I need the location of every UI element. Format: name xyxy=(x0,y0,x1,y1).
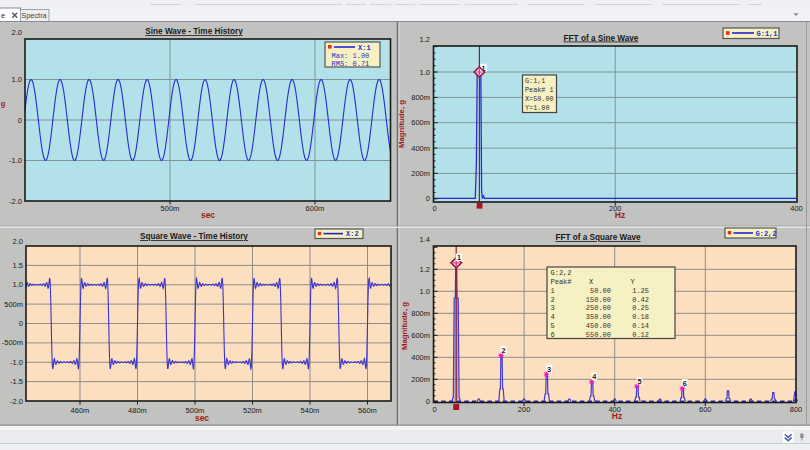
svg-text:-500m: -500m xyxy=(2,338,23,347)
svg-text:Sine Wave - Time History: Sine Wave - Time History xyxy=(145,27,243,36)
svg-text:0.12: 0.12 xyxy=(632,331,649,339)
svg-text:0: 0 xyxy=(432,405,436,414)
svg-text:1: 1 xyxy=(551,287,555,295)
svg-text:sec: sec xyxy=(195,413,209,423)
svg-text:0: 0 xyxy=(426,194,430,203)
svg-text:1.2: 1.2 xyxy=(420,265,430,274)
svg-text:G:2,2: G:2,2 xyxy=(551,269,572,277)
svg-text:1.4: 1.4 xyxy=(420,235,430,244)
svg-text:0: 0 xyxy=(19,319,23,328)
svg-text:400m: 400m xyxy=(411,353,430,362)
svg-text:4: 4 xyxy=(551,313,555,321)
svg-text:50.00: 50.00 xyxy=(590,287,611,295)
svg-text:Hz: Hz xyxy=(612,411,622,421)
svg-text:500m: 500m xyxy=(161,204,180,213)
svg-text:Y=1.00: Y=1.00 xyxy=(525,104,549,112)
svg-text:1.25: 1.25 xyxy=(632,287,649,295)
svg-text:1.0: 1.0 xyxy=(12,75,22,84)
svg-text:550.00: 550.00 xyxy=(586,331,611,339)
svg-text:Spectra: Spectra xyxy=(21,11,47,20)
svg-text:0.14: 0.14 xyxy=(632,322,649,330)
svg-text:0.18: 0.18 xyxy=(632,313,649,321)
svg-text:Peak# 1: Peak# 1 xyxy=(525,86,554,94)
svg-text:G:1,1: G:1,1 xyxy=(525,77,545,85)
svg-text:-1.5: -1.5 xyxy=(10,377,23,386)
svg-text:2.0: 2.0 xyxy=(12,28,22,37)
svg-text:Magnitude, g: Magnitude, g xyxy=(397,100,406,148)
svg-text:0: 0 xyxy=(426,397,430,406)
svg-text:200m: 200m xyxy=(411,375,430,384)
svg-text:G:1,1: G:1,1 xyxy=(757,30,778,38)
svg-text:540m: 540m xyxy=(301,406,320,415)
svg-text:1: 1 xyxy=(457,253,461,262)
svg-text:-1.0: -1.0 xyxy=(9,156,22,165)
svg-text:Max: 1.00: Max: 1.00 xyxy=(332,52,370,60)
svg-text:e: e xyxy=(1,11,5,20)
svg-text:6: 6 xyxy=(551,331,555,339)
svg-text:800m: 800m xyxy=(411,93,430,102)
svg-text:1.5: 1.5 xyxy=(13,261,23,270)
svg-text:1.0: 1.0 xyxy=(13,280,23,289)
svg-text:480m: 480m xyxy=(128,406,147,415)
svg-text:460m: 460m xyxy=(71,406,90,415)
svg-text:0.42: 0.42 xyxy=(632,296,649,304)
svg-text:FFT of a Sine Wave: FFT of a Sine Wave xyxy=(564,34,639,43)
svg-text:0.25: 0.25 xyxy=(632,304,649,312)
svg-text:X=50.00: X=50.00 xyxy=(525,95,554,103)
svg-text:RMS: 0.71: RMS: 0.71 xyxy=(332,60,370,68)
svg-text:-2.0: -2.0 xyxy=(10,397,23,406)
svg-text:sec: sec xyxy=(201,210,215,220)
svg-text:500m: 500m xyxy=(4,300,23,309)
svg-text:3: 3 xyxy=(547,365,551,374)
svg-text:2: 2 xyxy=(551,296,555,304)
svg-text:400: 400 xyxy=(790,204,803,213)
svg-text:2: 2 xyxy=(502,346,506,355)
svg-text:FFT of a Square Wave: FFT of a Square Wave xyxy=(555,233,641,242)
svg-text:2.0: 2.0 xyxy=(13,237,23,246)
svg-text:600m: 600m xyxy=(411,331,430,340)
svg-text:1.0: 1.0 xyxy=(420,287,430,296)
svg-text:600m: 600m xyxy=(306,204,325,213)
svg-text:520m: 520m xyxy=(243,406,262,415)
svg-text:Peak#: Peak# xyxy=(551,278,572,286)
svg-text:560m: 560m xyxy=(358,406,377,415)
svg-text:-1.0: -1.0 xyxy=(10,358,23,367)
svg-text:200m: 200m xyxy=(411,169,430,178)
svg-text:Magnitude, g: Magnitude, g xyxy=(400,302,409,350)
svg-text:g: g xyxy=(1,99,6,108)
svg-text:3: 3 xyxy=(551,304,555,312)
svg-text:200: 200 xyxy=(518,405,531,414)
svg-text:Square Wave - Time History: Square Wave - Time History xyxy=(140,232,248,241)
svg-text:0: 0 xyxy=(432,204,436,213)
svg-text:1.0: 1.0 xyxy=(420,68,430,77)
svg-text:Hz: Hz xyxy=(615,210,625,220)
svg-text:600: 600 xyxy=(699,405,712,414)
svg-text:1.2: 1.2 xyxy=(420,35,430,44)
svg-text:X:2: X:2 xyxy=(346,230,359,238)
svg-text:450.00: 450.00 xyxy=(586,322,611,330)
svg-text:5: 5 xyxy=(551,322,555,330)
svg-text:350.00: 350.00 xyxy=(586,313,611,321)
svg-text:6: 6 xyxy=(683,379,687,388)
svg-text:800: 800 xyxy=(790,405,803,414)
svg-text:250.00: 250.00 xyxy=(586,304,611,312)
svg-text:600m: 600m xyxy=(411,118,430,127)
svg-text:800m: 800m xyxy=(411,309,430,318)
svg-text:0: 0 xyxy=(18,116,22,125)
svg-text:G:2,2: G:2,2 xyxy=(756,230,777,238)
svg-text:X:1: X:1 xyxy=(358,44,371,52)
svg-text:5: 5 xyxy=(638,377,642,386)
svg-text:400m: 400m xyxy=(411,144,430,153)
svg-text:150.00: 150.00 xyxy=(586,296,611,304)
svg-text:-2.0: -2.0 xyxy=(9,197,22,206)
